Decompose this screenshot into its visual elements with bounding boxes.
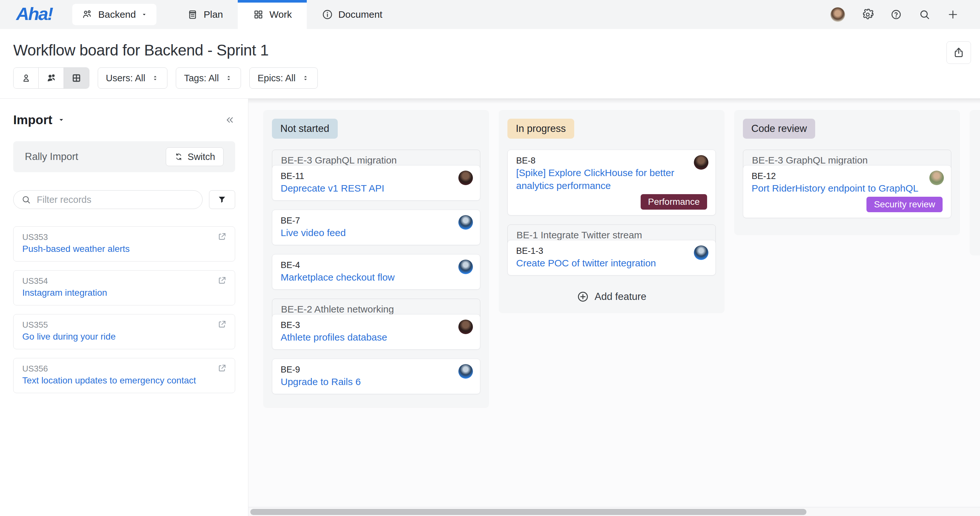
info-circle-icon — [321, 9, 333, 20]
feature-card[interactable]: BE-8[Spike] Explore ClickHouse for bette… — [508, 150, 716, 216]
tab-document-label: Document — [338, 9, 383, 20]
plus-icon[interactable] — [947, 9, 959, 20]
collapse-sidebar-icon[interactable] — [224, 114, 235, 125]
people-icon — [46, 73, 57, 84]
plus-circle-icon — [577, 291, 589, 303]
board-column — [970, 110, 980, 256]
view-by-person-button[interactable] — [14, 68, 39, 88]
clipboard-icon — [187, 9, 198, 20]
record-card[interactable]: US355Go live during your ride — [13, 314, 235, 349]
person-icon — [21, 73, 32, 84]
sidebar-record-list: US353Push-based weather alertsUS354Insta… — [13, 226, 235, 393]
search-icon[interactable] — [919, 9, 930, 20]
grid-icon — [253, 9, 264, 20]
assignee-avatar — [458, 215, 473, 230]
record-id: US353 — [22, 232, 48, 243]
feature-card[interactable]: BE-11Deprecate v1 REST API — [272, 165, 480, 201]
record-card[interactable]: US354Instagram integration — [13, 270, 235, 305]
aha-logo[interactable]: Aha! — [16, 3, 52, 24]
feature-title[interactable]: Port RiderHistory endpoint to GraphQL — [752, 182, 943, 195]
feature-title[interactable]: Marketplace checkout flow — [281, 271, 472, 284]
import-source-panel: Rally Import Switch — [13, 141, 235, 172]
epics-filter-select[interactable]: Epics: All — [249, 67, 318, 89]
users-filter-select[interactable]: Users: All — [98, 67, 167, 89]
share-button[interactable] — [947, 41, 971, 64]
feature-title[interactable]: Upgrade to Rails 6 — [281, 375, 472, 388]
feature-title[interactable]: [Spike] Explore ClickHouse for better an… — [516, 167, 707, 192]
filter-button[interactable] — [209, 190, 235, 209]
filter-records-input[interactable] — [36, 194, 198, 205]
external-link-icon[interactable] — [217, 275, 227, 286]
board-column: Code reviewBE-E-3 GraphQL migrationBE-12… — [734, 110, 960, 235]
record-card[interactable]: US353Push-based weather alerts — [13, 226, 235, 262]
feature-id: BE-9 — [281, 364, 472, 375]
switch-source-button[interactable]: Switch — [166, 148, 224, 166]
add-feature-button[interactable]: Add feature — [575, 290, 648, 303]
workspace-label: Backend — [98, 9, 136, 20]
import-source-name: Rally Import — [25, 151, 78, 162]
users-filter-label: Users: All — [106, 73, 145, 84]
board-column: Not startedBE-E-3 GraphQL migrationBE-11… — [263, 110, 489, 408]
external-link-icon[interactable] — [217, 232, 227, 241]
column-status-badge: In progress — [508, 119, 574, 139]
feature-id: BE-7 — [281, 215, 472, 226]
tab-plan[interactable]: Plan — [172, 0, 238, 29]
feature-title[interactable]: Create POC of twitter integration — [516, 257, 707, 270]
filter-records-search[interactable] — [13, 190, 202, 209]
view-by-team-button[interactable] — [39, 68, 64, 88]
share-icon — [953, 46, 965, 59]
feature-card[interactable]: BE-7Live video feed — [272, 210, 480, 245]
record-title[interactable]: Instagram integration — [22, 287, 227, 298]
record-id: US356 — [22, 363, 48, 374]
main-content: Import Rally Import Switch — [0, 99, 980, 516]
caret-down-icon — [57, 116, 65, 124]
external-link-icon[interactable] — [217, 363, 227, 373]
record-title[interactable]: Text location updates to emergency conta… — [22, 375, 227, 386]
feature-id: BE-12 — [752, 170, 943, 182]
record-card[interactable]: US356Text location updates to emergency … — [13, 358, 235, 393]
page-header: Workflow board for Backend - Sprint 1 — [0, 29, 980, 99]
record-title[interactable]: Go live during your ride — [22, 331, 227, 343]
feature-card[interactable]: BE-9Upgrade to Rails 6 — [272, 359, 480, 394]
feature-card[interactable]: BE-3Athlete profiles database — [272, 314, 480, 349]
tags-filter-label: Tags: All — [184, 73, 219, 84]
funnel-icon — [217, 195, 227, 205]
horizontal-scrollbar[interactable] — [248, 507, 980, 516]
feature-title[interactable]: Athlete profiles database — [281, 331, 472, 344]
board-toolbar: Users: All Tags: All Epics: All — [13, 67, 967, 98]
feature-tag: Performance — [641, 194, 707, 210]
feature-id: BE-4 — [281, 259, 472, 271]
workspace-switcher[interactable]: Backend — [72, 4, 156, 25]
feature-card[interactable]: BE-12Port RiderHistory endpoint to Graph… — [743, 165, 951, 218]
feature-title[interactable]: Deprecate v1 REST API — [281, 182, 472, 195]
tab-document[interactable]: Document — [307, 0, 398, 29]
record-title[interactable]: Push-based weather alerts — [22, 243, 227, 255]
record-id: US354 — [22, 275, 48, 286]
scrollbar-thumb[interactable] — [250, 509, 807, 515]
external-link-icon[interactable] — [217, 319, 227, 329]
record-id: US355 — [22, 319, 48, 330]
feature-id: BE-8 — [516, 155, 707, 167]
tab-work[interactable]: Work — [238, 0, 307, 29]
feature-tag: Security review — [867, 197, 943, 212]
updown-icon — [151, 74, 159, 82]
assignee-avatar — [694, 155, 708, 170]
gear-icon[interactable] — [862, 9, 873, 20]
user-avatar[interactable] — [830, 7, 845, 22]
import-heading: Import — [13, 113, 52, 127]
help-icon[interactable] — [890, 9, 902, 20]
tags-filter-select[interactable]: Tags: All — [176, 67, 241, 89]
feature-card[interactable]: BE-1-3Create POC of twitter integration — [508, 240, 716, 275]
feature-card[interactable]: BE-4Marketplace checkout flow — [272, 254, 480, 290]
tab-work-label: Work — [269, 9, 292, 20]
view-by-table-button[interactable] — [64, 68, 89, 88]
top-nav: Aha! Backend Plan Work Document — [0, 0, 980, 29]
feature-title[interactable]: Live video feed — [281, 226, 472, 239]
feature-id: BE-1-3 — [516, 245, 707, 257]
switch-label: Switch — [188, 152, 215, 162]
import-menu-button[interactable]: Import — [13, 113, 65, 127]
column-status-badge: Code review — [743, 119, 815, 139]
view-mode-segmented-control — [13, 67, 89, 89]
workflow-board: Not startedBE-E-3 GraphQL migrationBE-11… — [248, 99, 980, 516]
assignee-avatar — [458, 319, 473, 334]
